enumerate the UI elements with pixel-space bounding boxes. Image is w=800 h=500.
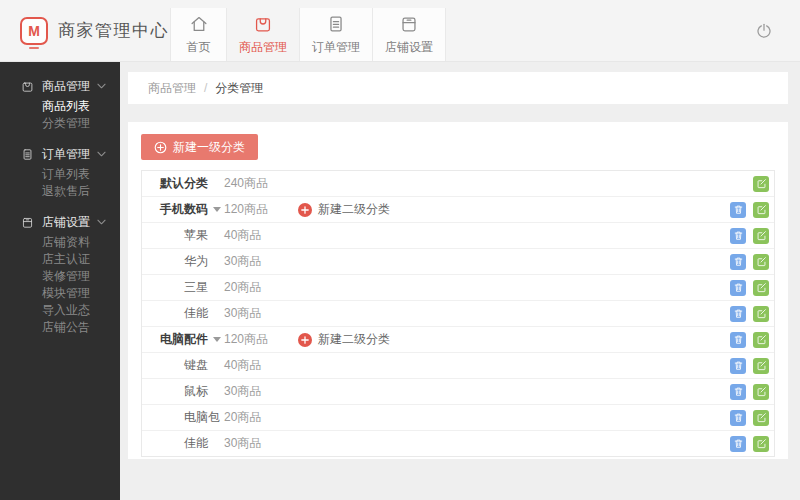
sidebar-item-order-list[interactable]: 订单列表 — [0, 166, 120, 183]
tab-goods-manage[interactable]: 商品管理 — [226, 8, 299, 61]
category-table: 默认分类 240商品 手机数码 120商品 新建二级分类 — [141, 170, 775, 457]
delete-button[interactable] — [730, 228, 746, 244]
subcategory-row: 华为 30商品 — [142, 248, 774, 274]
new-sub-category-link[interactable]: 新建二级分类 — [298, 201, 390, 218]
caret-down-icon — [213, 207, 221, 212]
category-card: 新建一级分类 默认分类 240商品 手机数码 120商品 新建二级分类 — [128, 122, 788, 459]
sidebar-item-decorate-manage[interactable]: 装修管理 — [0, 268, 120, 285]
category-row: 默认分类 240商品 — [142, 171, 774, 196]
chevron-down-icon — [97, 83, 106, 89]
edit-button[interactable] — [753, 358, 769, 374]
delete-button[interactable] — [730, 410, 746, 426]
subcategory-name: 华为 — [142, 253, 224, 270]
new-top-category-label: 新建一级分类 — [173, 139, 245, 156]
sidebar-item-refund-aftersale[interactable]: 退款售后 — [0, 183, 120, 200]
sidebar-item-label: 订单管理 — [42, 146, 90, 163]
breadcrumb-parent[interactable]: 商品管理 — [148, 80, 196, 97]
edit-icon — [756, 256, 767, 267]
trash-icon — [733, 204, 744, 215]
sidebar-item-goods-manage[interactable]: 商品管理 — [0, 74, 120, 98]
sidebar-item-owner-verify[interactable]: 店主认证 — [0, 251, 120, 268]
sidebar: 商品管理 商品列表 分类管理 订单管理 订单列表 退款售后 店铺设置 店铺资料 … — [0, 62, 120, 500]
goods-bag-icon — [252, 13, 274, 35]
sidebar-item-shop-profile[interactable]: 店铺资料 — [0, 234, 120, 251]
delete-button[interactable] — [730, 202, 746, 218]
delete-button[interactable] — [730, 254, 746, 270]
edit-button[interactable] — [753, 410, 769, 426]
delete-button[interactable] — [730, 384, 746, 400]
edit-button[interactable] — [753, 332, 769, 348]
sidebar-item-order-manage[interactable]: 订单管理 — [0, 142, 120, 166]
new-sub-category-label: 新建二级分类 — [318, 201, 390, 218]
category-name[interactable]: 手机数码 — [142, 201, 224, 218]
edit-button[interactable] — [753, 384, 769, 400]
sidebar-item-shop-settings[interactable]: 店铺设置 — [0, 210, 120, 234]
category-row: 手机数码 120商品 新建二级分类 — [142, 196, 774, 222]
category-count: 240商品 — [224, 175, 298, 192]
category-name-label: 默认分类 — [160, 175, 208, 192]
category-name-label: 电脑配件 — [160, 331, 208, 348]
sidebar-group-shop: 店铺设置 店铺资料 店主认证 装修管理 模块管理 导入业态 店铺公告 — [0, 210, 120, 336]
edit-button[interactable] — [753, 306, 769, 322]
new-top-category-button[interactable]: 新建一级分类 — [141, 134, 258, 160]
category-name[interactable]: 默认分类 — [142, 175, 224, 192]
edit-button[interactable] — [753, 254, 769, 270]
chevron-down-icon — [97, 151, 106, 157]
order-clipboard-icon — [20, 147, 35, 162]
sidebar-group-goods: 商品管理 商品列表 分类管理 — [0, 74, 120, 132]
category-count: 40商品 — [224, 357, 298, 374]
subcategory-row: 三星 20商品 — [142, 274, 774, 300]
category-row: 电脑配件 120商品 新建二级分类 — [142, 326, 774, 352]
breadcrumb-current: 分类管理 — [215, 80, 263, 97]
edit-button[interactable] — [753, 436, 769, 452]
sidebar-item-label: 店铺设置 — [42, 214, 90, 231]
sidebar-item-shop-notice[interactable]: 店铺公告 — [0, 319, 120, 336]
new-sub-category-link[interactable]: 新建二级分类 — [298, 331, 390, 348]
subcategory-name-label: 鼠标 — [184, 383, 208, 400]
edit-icon — [756, 360, 767, 371]
delete-button[interactable] — [730, 358, 746, 374]
plus-icon — [298, 203, 312, 217]
subcategory-name: 键盘 — [142, 357, 224, 374]
edit-button[interactable] — [753, 202, 769, 218]
trash-icon — [733, 256, 744, 267]
delete-button[interactable] — [730, 306, 746, 322]
sidebar-item-label: 商品管理 — [42, 78, 90, 95]
brand: M 商家管理中心 — [0, 0, 170, 61]
edit-button[interactable] — [753, 280, 769, 296]
category-name[interactable]: 电脑配件 — [142, 331, 224, 348]
delete-button[interactable] — [730, 332, 746, 348]
edit-icon — [756, 230, 767, 241]
subcategory-name: 苹果 — [142, 227, 224, 244]
order-clipboard-icon — [325, 13, 347, 35]
subcategory-row: 佳能 30商品 — [142, 300, 774, 326]
logout-power-button[interactable] — [754, 21, 774, 41]
subcategory-name-label: 三星 — [184, 279, 208, 296]
edit-icon — [756, 204, 767, 215]
chevron-down-icon — [97, 219, 106, 225]
tab-order-manage[interactable]: 订单管理 — [299, 8, 372, 61]
tab-shop-settings[interactable]: 店铺设置 — [372, 8, 446, 61]
shop-box-icon — [20, 215, 35, 230]
main-area: 商品管理 / 分类管理 新建一级分类 默认分类 240商品 手机数码 — [120, 62, 800, 500]
delete-button[interactable] — [730, 280, 746, 296]
category-count: 120商品 — [224, 331, 298, 348]
sidebar-item-module-manage[interactable]: 模块管理 — [0, 285, 120, 302]
edit-button[interactable] — [753, 176, 769, 192]
subcategory-name: 佳能 — [142, 305, 224, 322]
sidebar-item-goods-list[interactable]: 商品列表 — [0, 98, 120, 115]
delete-button[interactable] — [730, 436, 746, 452]
category-count: 30商品 — [224, 383, 298, 400]
subcategory-row: 佳能 30商品 — [142, 430, 774, 456]
edit-icon — [756, 334, 767, 345]
top-nav-tabs: 首页 商品管理 订单管理 店铺设置 — [170, 0, 446, 61]
edit-button[interactable] — [753, 228, 769, 244]
tab-home[interactable]: 首页 — [170, 8, 226, 61]
edit-icon — [756, 412, 767, 423]
sidebar-item-import-business[interactable]: 导入业态 — [0, 302, 120, 319]
category-count: 20商品 — [224, 279, 298, 296]
subcategory-name-label: 佳能 — [184, 305, 208, 322]
top-header: M 商家管理中心 首页 商品管理 订单管理 店铺设置 — [0, 0, 800, 62]
sidebar-item-category-manage[interactable]: 分类管理 — [0, 115, 120, 132]
trash-icon — [733, 386, 744, 397]
